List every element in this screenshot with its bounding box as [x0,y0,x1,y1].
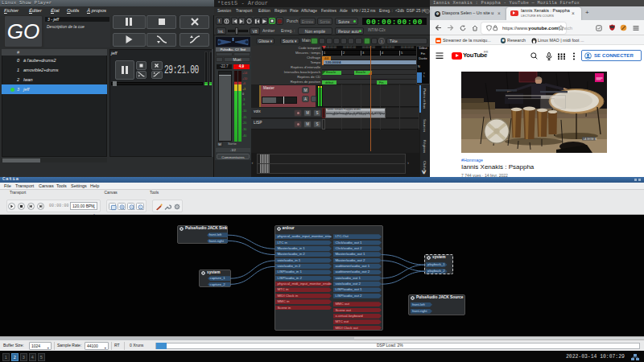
svg-text:LA SEINE M: LA SEINE M [584,138,597,141]
